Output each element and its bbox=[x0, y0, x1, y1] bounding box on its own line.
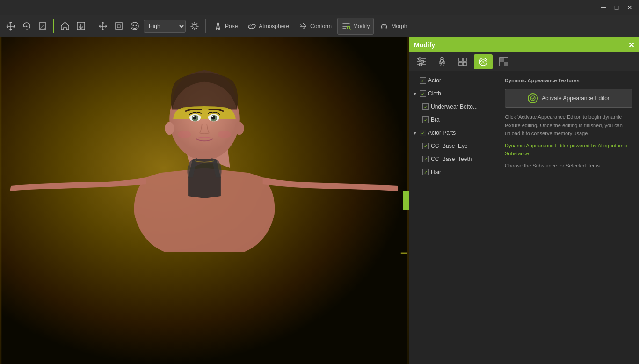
tab-sliders[interactable] bbox=[412, 54, 431, 69]
svg-rect-33 bbox=[463, 58, 466, 61]
svg-rect-3 bbox=[116, 23, 122, 29]
checkbox-actor[interactable]: ✓ bbox=[420, 77, 426, 84]
pose-button[interactable]: Pose bbox=[210, 18, 241, 35]
svg-point-8 bbox=[193, 24, 196, 28]
tab-material[interactable] bbox=[474, 54, 493, 69]
close-button[interactable]: ✕ bbox=[624, 2, 635, 13]
panel-content: ▶ ✓ Actor ▼ ✓ Cloth ✓ Underwear Botto... bbox=[409, 71, 639, 364]
tree-item-cc-base-teeth[interactable]: ✓ CC_Base_Teeth bbox=[409, 153, 498, 166]
checkbox-bra[interactable]: ✓ bbox=[422, 116, 429, 123]
separator-green-1 bbox=[53, 19, 54, 33]
checkbox-cc-base-teeth[interactable]: ✓ bbox=[422, 156, 429, 162]
modify-label: Modify bbox=[353, 23, 370, 29]
tree-label-cc-base-eye: CC_Base_Eye bbox=[431, 143, 468, 149]
tree-label-hair: Hair bbox=[431, 169, 441, 175]
checkbox-underwear[interactable]: ✓ bbox=[422, 103, 429, 110]
minimize-button[interactable]: ─ bbox=[598, 2, 609, 13]
info-description: Click 'Activate Appearance Editor' to be… bbox=[505, 113, 632, 174]
import-button[interactable] bbox=[74, 18, 88, 35]
viewport[interactable]: │ bbox=[0, 37, 409, 364]
modify-header: Modify ✕ bbox=[409, 37, 639, 52]
modify-button[interactable]: Modify bbox=[337, 18, 374, 35]
svg-point-21 bbox=[211, 116, 213, 117]
move-tool-button[interactable] bbox=[4, 18, 18, 35]
tree-item-hair[interactable]: ✓ Hair bbox=[409, 166, 498, 179]
expand-icon-actor-parts[interactable]: ▼ bbox=[412, 130, 418, 136]
tree-label-cloth: Cloth bbox=[428, 90, 441, 97]
tree-label-cc-base-teeth: CC_Base_Teeth bbox=[431, 156, 472, 162]
tree-item-actor-parts[interactable]: ▼ ✓ Actor Parts bbox=[409, 126, 498, 139]
svg-point-12 bbox=[165, 122, 174, 135]
frame-button[interactable] bbox=[112, 18, 126, 35]
tab-checkers[interactable] bbox=[494, 54, 513, 69]
scale-tool-button[interactable] bbox=[36, 18, 50, 35]
svg-point-5 bbox=[131, 22, 138, 30]
atmosphere-button[interactable]: Atmosphere bbox=[243, 18, 293, 35]
viewport-resize-handle[interactable]: │ bbox=[403, 191, 409, 210]
face-button[interactable] bbox=[128, 18, 142, 35]
tree-item-cc-base-eye[interactable]: ✓ CC_Base_Eye bbox=[409, 139, 498, 153]
tree-item-underwear[interactable]: ✓ Underwear Botto... bbox=[409, 100, 498, 113]
tree-label-bra: Bra bbox=[431, 116, 440, 123]
svg-point-28 bbox=[418, 58, 421, 60]
tree-label-actor-parts: Actor Parts bbox=[428, 130, 456, 136]
conform-label: Conform bbox=[310, 23, 332, 29]
activate-appearance-button[interactable]: Activate Appearance Editor bbox=[505, 89, 632, 108]
toolbar: Low Medium High Ultra Pose Atmosphere Co… bbox=[0, 15, 639, 37]
svg-point-41 bbox=[530, 96, 535, 101]
modify-title: Modify bbox=[414, 41, 435, 49]
checkbox-actor-parts[interactable]: ✓ bbox=[420, 130, 426, 136]
right-panel: Modify ✕ bbox=[409, 37, 639, 364]
maximize-button[interactable]: □ bbox=[611, 2, 622, 13]
svg-rect-4 bbox=[117, 25, 120, 28]
home-button[interactable] bbox=[58, 18, 72, 35]
pose-label: Pose bbox=[225, 23, 238, 29]
checkbox-cc-base-eye[interactable]: ✓ bbox=[422, 143, 429, 149]
tree-item-cloth[interactable]: ▼ ✓ Cloth bbox=[409, 87, 498, 100]
description-text-2: Dynamic Appearance Editor powered by All… bbox=[505, 142, 632, 158]
description-text-1: Click 'Activate Appearance Editor' to be… bbox=[505, 113, 632, 138]
svg-rect-39 bbox=[500, 58, 504, 62]
tree-label-actor: Actor bbox=[428, 77, 441, 84]
tree-item-actor[interactable]: ▶ ✓ Actor bbox=[409, 74, 498, 87]
info-panel: Dynamic Appearance Textures Activate App… bbox=[498, 71, 639, 364]
modify-close-button[interactable]: ✕ bbox=[628, 41, 634, 50]
tree-item-bra[interactable]: ✓ Bra bbox=[409, 113, 498, 126]
rotate-tool-button[interactable] bbox=[20, 18, 34, 35]
tab-transform[interactable] bbox=[453, 54, 472, 69]
svg-point-13 bbox=[235, 122, 244, 135]
svg-point-0 bbox=[26, 25, 28, 27]
quality-dropdown[interactable]: Low Medium High Ultra bbox=[144, 20, 186, 33]
character-canvas bbox=[0, 37, 409, 364]
light-button[interactable] bbox=[188, 18, 202, 35]
tree-panel: ▶ ✓ Actor ▼ ✓ Cloth ✓ Underwear Botto... bbox=[409, 71, 498, 364]
separator-gray-2 bbox=[205, 19, 206, 33]
svg-point-29 bbox=[421, 60, 424, 63]
svg-rect-34 bbox=[459, 62, 462, 66]
svg-point-23 bbox=[218, 131, 231, 138]
conform-button[interactable]: Conform bbox=[295, 18, 335, 35]
panel-tabs bbox=[409, 52, 639, 71]
svg-point-7 bbox=[136, 24, 137, 26]
svg-point-30 bbox=[419, 63, 422, 66]
description-text-2-content: Dynamic Appearance Editor powered by All… bbox=[505, 143, 627, 157]
pan-button[interactable] bbox=[96, 18, 110, 35]
dynamic-appearance-title: Dynamic Appearance Textures bbox=[505, 78, 632, 83]
description-text-3: Choose the Substance for Selected Items. bbox=[505, 162, 632, 170]
svg-rect-40 bbox=[504, 62, 508, 66]
activate-button-label: Activate Appearance Editor bbox=[542, 95, 610, 102]
svg-rect-35 bbox=[463, 62, 466, 66]
morph-button[interactable]: Morph bbox=[376, 18, 411, 35]
tree-label-underwear: Underwear Botto... bbox=[431, 103, 478, 110]
separator-gray-1 bbox=[92, 19, 92, 33]
svg-point-6 bbox=[133, 24, 134, 26]
checkbox-cloth[interactable]: ✓ bbox=[420, 90, 426, 97]
checkbox-hair[interactable]: ✓ bbox=[422, 169, 429, 175]
expand-icon-cloth[interactable]: ▼ bbox=[412, 91, 418, 96]
morph-label: Morph bbox=[391, 23, 407, 29]
svg-point-20 bbox=[193, 116, 195, 117]
svg-rect-32 bbox=[459, 58, 462, 61]
atmosphere-label: Atmosphere bbox=[259, 23, 289, 29]
svg-point-37 bbox=[482, 61, 484, 63]
tab-figure[interactable] bbox=[433, 54, 451, 69]
